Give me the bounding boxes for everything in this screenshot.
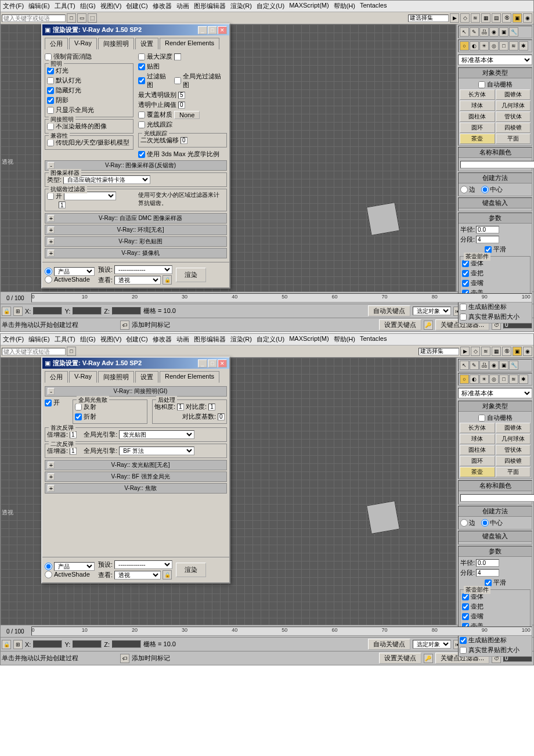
activeshade-radio[interactable] [45, 571, 52, 578]
tab-gi[interactable]: 间接照明 [98, 371, 134, 383]
setkey-button[interactable]: 设置关键点 [379, 319, 421, 330]
smooth-check[interactable] [485, 579, 492, 586]
real-world-check[interactable] [460, 647, 467, 654]
activeshade-radio[interactable] [45, 276, 52, 283]
render-icon[interactable]: ▣ [513, 13, 522, 23]
show-gi-check[interactable] [47, 107, 54, 114]
utilities-tab-icon[interactable]: 🔧 [509, 361, 518, 370]
setkey-button[interactable]: 设置关键点 [379, 653, 421, 664]
create-tab-icon[interactable]: ↖ [460, 361, 469, 370]
tab-gi[interactable]: 间接照明 [98, 38, 134, 49]
z-input[interactable] [112, 307, 141, 315]
prim-cylinder[interactable]: 圆柱体 [460, 445, 495, 455]
prim-cone[interactable]: 圆锥体 [496, 89, 531, 100]
use-3ds-check[interactable] [138, 151, 145, 158]
autogrid-check[interactable] [478, 81, 485, 88]
tab-common[interactable]: 公用 [45, 38, 68, 49]
radius-input[interactable] [476, 559, 499, 567]
key-icon[interactable]: 🔑 [424, 321, 433, 330]
toolbar-icon[interactable]: □ [67, 347, 76, 356]
product-radio[interactable] [45, 268, 52, 275]
spout-check[interactable] [462, 613, 469, 620]
menu-custom[interactable]: 自定义(U) [257, 335, 284, 344]
secondary-engine-select[interactable]: BF 算法 [119, 447, 194, 455]
motion-tab-icon[interactable]: ◉ [489, 361, 499, 370]
toolbar-icon[interactable]: □ [67, 13, 76, 23]
toolbar-icon[interactable]: ⬚ [88, 13, 97, 23]
menu-view[interactable]: 视图(V) [100, 335, 122, 344]
menu-view[interactable]: 视图(V) [100, 2, 122, 10]
rollup-toggle[interactable]: + [48, 473, 55, 480]
tab-settings[interactable]: 设置 [135, 38, 158, 49]
utilities-tab-icon[interactable]: 🔧 [509, 27, 518, 37]
display-tab-icon[interactable]: ▣ [499, 27, 508, 37]
no-final-check[interactable] [47, 123, 54, 130]
search-input[interactable] [2, 15, 66, 22]
tab-common[interactable]: 公用 [45, 371, 68, 383]
shadows-check[interactable] [47, 97, 54, 104]
menu-help[interactable]: 帮助(H) [334, 335, 355, 344]
prim-geosphere[interactable]: 几何球体 [496, 100, 531, 111]
named-sel-combo[interactable] [418, 348, 459, 355]
object-name-input[interactable] [460, 494, 534, 502]
rollup-toggle[interactable]: + [48, 485, 55, 492]
tab-settings[interactable]: 设置 [135, 371, 158, 383]
rollup-toggle[interactable]: + [48, 226, 55, 233]
filter-check[interactable] [138, 77, 145, 84]
sat-input[interactable] [177, 404, 184, 411]
real-world-check[interactable] [460, 314, 467, 321]
menu-group[interactable]: 组(G) [80, 2, 96, 10]
menu-modifiers[interactable]: 修改器 [153, 335, 172, 344]
maximize-button[interactable]: □ [208, 359, 217, 368]
lock-icon[interactable]: 🔒 [163, 275, 172, 285]
spacewarps-icon[interactable]: ≋ [509, 375, 518, 384]
render-icon[interactable]: ▣ [513, 347, 522, 356]
render-frame-icon[interactable]: ◉ [523, 347, 532, 356]
rollup-toggle[interactable]: + [48, 462, 55, 469]
prim-sphere[interactable]: 球体 [460, 434, 495, 444]
product-radio[interactable] [45, 563, 52, 570]
section-header[interactable]: 名称和颜色 [459, 481, 532, 491]
center-radio[interactable] [481, 186, 489, 193]
menu-render[interactable]: 渲染(R) [230, 2, 252, 10]
section-header[interactable]: 键盘输入 [459, 198, 532, 208]
menu-anim[interactable]: 动画 [176, 335, 189, 344]
prim-plane[interactable]: 平面 [496, 134, 531, 144]
prim-torus[interactable]: 圆环 [460, 123, 495, 133]
layers-icon[interactable]: ▦ [492, 347, 501, 356]
prim-teapot[interactable]: 茶壶 [460, 134, 495, 144]
contrast-input[interactable] [208, 404, 215, 411]
menu-script[interactable]: MAXScript(M) [289, 2, 329, 10]
center-radio[interactable] [481, 519, 489, 527]
handle-check[interactable] [462, 603, 469, 610]
trans-cut-input[interactable] [178, 102, 185, 109]
lock-icon[interactable]: 🔒 [2, 640, 11, 649]
modify-tab-icon[interactable]: ✎ [470, 27, 479, 37]
body-check[interactable] [462, 593, 469, 600]
smooth-check[interactable] [485, 246, 492, 253]
time-ruler[interactable]: 0102030405060708090100 [31, 293, 532, 303]
render-button[interactable]: 渲染 [176, 268, 206, 282]
gen-map-check[interactable] [460, 637, 467, 644]
menu-tools[interactable]: 工具(T) [55, 335, 75, 344]
display-tab-icon[interactable]: ▣ [499, 361, 508, 370]
force-back-cull-check[interactable] [45, 53, 52, 60]
prim-box[interactable]: 长方体 [460, 423, 495, 433]
toolbar-icon[interactable]: ▭ [77, 13, 86, 23]
helpers-icon[interactable]: □ [499, 41, 508, 51]
hierarchy-tab-icon[interactable]: 品 [479, 361, 489, 370]
rollup-toggle[interactable]: + [48, 215, 55, 222]
view-select[interactable]: 透视 [114, 571, 161, 579]
sel-lock-icon[interactable]: ⊞ [13, 307, 23, 316]
close-button[interactable]: ✕ [218, 26, 227, 34]
section-header[interactable]: 参数 [459, 546, 532, 557]
menu-create[interactable]: 创建(C) [126, 335, 147, 344]
menu-edit[interactable]: 编辑(E) [28, 2, 50, 10]
key-target-select[interactable]: 选定对象 [413, 640, 451, 649]
systems-icon[interactable]: ✱ [519, 41, 528, 51]
menu-render[interactable]: 渲染(R) [230, 335, 252, 344]
max-depth-check[interactable] [138, 53, 145, 60]
tab-vray[interactable]: V-Ray [69, 371, 97, 383]
section-header[interactable]: 名称和颜色 [459, 147, 532, 158]
material-icon[interactable]: ⦿ [502, 13, 511, 23]
